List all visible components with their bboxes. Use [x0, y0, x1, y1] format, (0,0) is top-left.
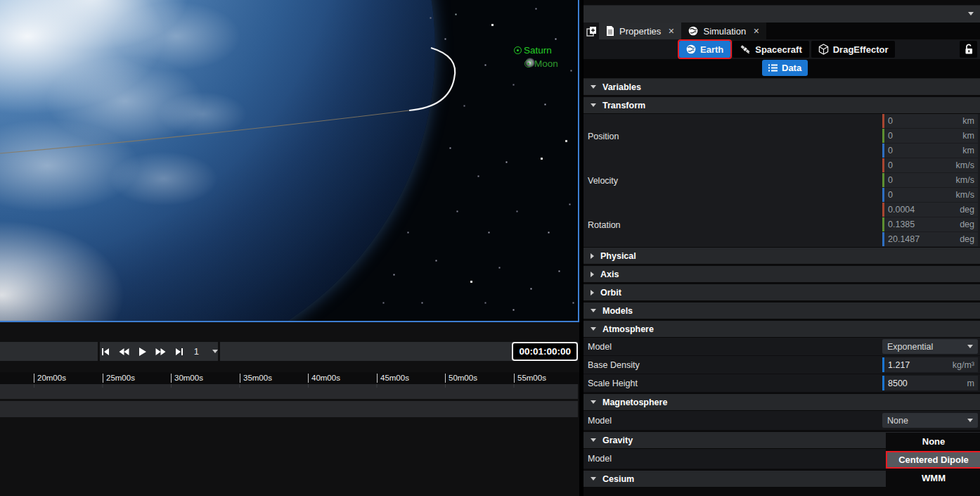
timeline-track[interactable] — [0, 384, 578, 399]
rewind-button[interactable] — [118, 346, 129, 357]
value: 8500 — [888, 379, 908, 388]
position-label: Position — [584, 114, 882, 158]
section-atmosphere[interactable]: Atmosphere — [584, 321, 980, 338]
chevron-right-icon — [591, 290, 594, 295]
atmosphere-model-select[interactable]: Exponential — [882, 339, 978, 354]
skip-start-icon — [101, 348, 110, 356]
globe-icon — [688, 26, 698, 36]
add-pane-icon — [586, 26, 597, 37]
velocity-z-field[interactable]: 0 km/s — [882, 188, 978, 202]
chevron-down-icon — [591, 438, 596, 442]
data-row: Data — [584, 59, 980, 79]
earth-globe-icon — [686, 44, 696, 54]
value: 0 — [888, 146, 893, 155]
section-title: Axis — [600, 269, 619, 279]
rotation-x-field[interactable]: 0.0004 deg — [882, 203, 978, 217]
lock-button[interactable] — [960, 41, 977, 58]
close-icon[interactable]: ✕ — [668, 27, 674, 36]
entity-spacecraft-button[interactable]: Spacecraft — [733, 41, 808, 58]
skip-to-end-button[interactable] — [174, 346, 184, 357]
rotation-z-field[interactable]: 20.1487 deg — [882, 232, 978, 246]
document-icon — [606, 26, 614, 36]
saturn-target-icon — [514, 46, 522, 54]
speed-dropdown-chevron-icon[interactable] — [212, 350, 218, 353]
ruler-tick: 35m00s — [240, 374, 272, 383]
section-variables[interactable]: Variables — [584, 79, 980, 96]
scale-height-row: Scale Height 8500 m — [584, 374, 980, 393]
new-pane-button[interactable] — [584, 23, 599, 39]
play-button[interactable] — [137, 346, 148, 357]
scale-height-field[interactable]: 8500 m — [882, 376, 978, 390]
entity-drageffector-button[interactable]: DragEffector — [811, 41, 896, 58]
timeline-track[interactable] — [0, 401, 578, 417]
section-title: Magnetosphere — [602, 398, 667, 407]
magnetosphere-model-select[interactable]: None — [882, 413, 978, 428]
base-density-field[interactable]: 1.217 kg/m³ — [882, 357, 978, 372]
chevron-down-icon — [591, 400, 596, 404]
value: 0 — [888, 190, 893, 200]
value: 0 — [888, 175, 893, 185]
rotation-row: Rotation 0.0004 deg 0.1385 deg 20.1487 d… — [584, 203, 980, 247]
unit: deg — [960, 220, 974, 229]
entity-bar: Earth Spacecraft DragEffec — [584, 39, 980, 59]
fast-forward-button[interactable] — [155, 346, 166, 357]
base-density-label: Base Density — [588, 360, 882, 370]
tab-label: Simulation — [703, 26, 746, 37]
position-y-field[interactable]: 0 km — [882, 129, 978, 143]
section-axis[interactable]: Axis — [584, 266, 980, 283]
entity-label: Spacecraft — [755, 44, 801, 55]
section-physical[interactable]: Physical — [584, 248, 980, 265]
tab-bar: Properties ✕ Simulation ✕ — [584, 23, 980, 39]
saturn-marker[interactable]: Saturn — [514, 45, 552, 56]
unit: km/s — [956, 160, 974, 170]
chevron-down-icon — [591, 309, 596, 312]
list-icon — [768, 64, 778, 72]
rotation-y-field[interactable]: 0.1385 deg — [882, 217, 978, 231]
option-centered-dipole[interactable]: Centered Dipole — [886, 451, 980, 469]
ruler-tick: 45m00s — [377, 374, 409, 383]
chevron-right-icon — [591, 272, 594, 277]
section-magnetosphere[interactable]: Magnetosphere — [584, 394, 980, 411]
data-button[interactable]: Data — [762, 60, 808, 76]
position-z-field[interactable]: 0 km — [882, 144, 978, 158]
scale-height-label: Scale Height — [588, 379, 882, 388]
entity-label: Earth — [700, 44, 723, 55]
velocity-y-field[interactable]: 0 km/s — [882, 173, 978, 187]
section-title: Models — [602, 306, 633, 316]
chevron-down-icon — [591, 85, 596, 89]
tab-properties[interactable]: Properties ✕ — [599, 23, 681, 39]
skip-to-start-button[interactable] — [100, 346, 110, 357]
value: 1.217 — [888, 360, 910, 370]
section-models[interactable]: Models — [584, 303, 980, 319]
ruler-tick: 50m00s — [445, 374, 477, 383]
viewport-3d[interactable]: Saturn Moon — [0, 0, 579, 322]
tab-simulation[interactable]: Simulation ✕ — [681, 23, 766, 39]
value: 0.0004 — [888, 205, 915, 215]
option-wmm[interactable]: WMM — [886, 469, 980, 487]
unit: deg — [960, 205, 974, 215]
transport-bar: 1 00:01:00:00 — [0, 342, 578, 361]
section-transform[interactable]: Transform — [584, 97, 980, 114]
model-label: Model — [588, 416, 882, 426]
timeline-ruler[interactable]: 20m00s 25m00s 30m00s 35m00s 40m00s 45m00… — [0, 372, 579, 384]
close-icon[interactable]: ✕ — [753, 27, 759, 36]
section-title: Orbit — [600, 288, 621, 298]
section-orbit[interactable]: Orbit — [584, 284, 980, 301]
option-none[interactable]: None — [886, 433, 980, 450]
base-density-row: Base Density 1.217 kg/m³ — [584, 356, 980, 374]
section-title: Variables — [602, 82, 641, 92]
select-value: Exponential — [887, 342, 933, 352]
velocity-x-field[interactable]: 0 km/s — [882, 158, 978, 172]
ruler-tick: 40m00s — [308, 374, 340, 383]
magnetosphere-model-row: Model None — [584, 411, 980, 431]
collapsed-panel-bar[interactable] — [584, 6, 980, 23]
entity-label: DragEffector — [833, 44, 889, 55]
unit: km — [962, 116, 974, 126]
chevron-down-icon — [967, 345, 973, 348]
entity-earth-button[interactable]: Earth — [679, 41, 730, 58]
moon-marker[interactable]: Moon — [524, 58, 558, 69]
position-x-field[interactable]: 0 km — [882, 114, 978, 128]
sim-clock: 00:01:00:00 — [512, 342, 578, 361]
fast-forward-icon — [155, 348, 166, 356]
lock-open-icon — [964, 44, 974, 55]
